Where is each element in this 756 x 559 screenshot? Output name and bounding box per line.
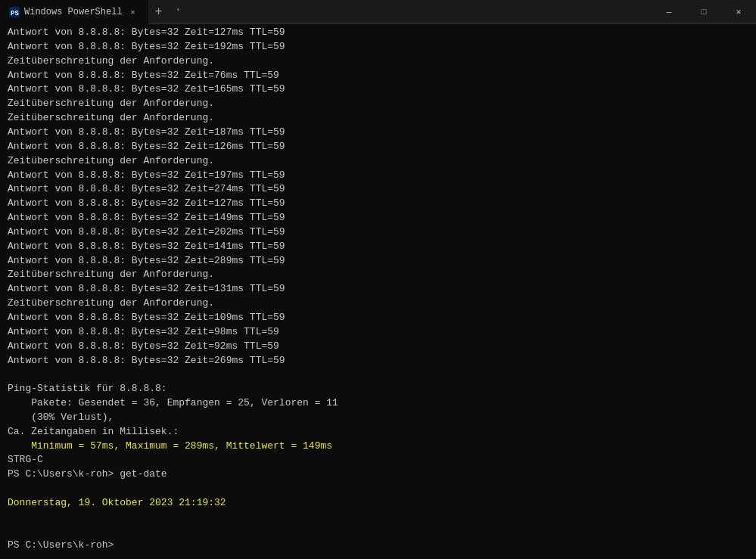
terminal-line: Antwort von 8.8.8.8: Bytes=32 Zeit=127ms… <box>8 26 748 40</box>
titlebar: PS Windows PowerShell ✕ + ˅ — □ ✕ <box>0 0 756 24</box>
terminal-line: Antwort von 8.8.8.8: Bytes=32 Zeit=141ms… <box>8 240 748 254</box>
terminal-line: Antwort von 8.8.8.8: Bytes=32 Zeit=98ms … <box>8 325 748 340</box>
terminal-line: STRG-C <box>8 453 748 467</box>
terminal-line <box>8 525 748 539</box>
terminal-line: Zeitüberschreitung der Anforderung. <box>8 54 748 69</box>
svg-text:PS: PS <box>11 10 19 17</box>
terminal-line: Antwort von 8.8.8.8: Bytes=32 Zeit=131ms… <box>8 282 748 297</box>
terminal-line: Antwort von 8.8.8.8: Bytes=32 Zeit=165ms… <box>8 82 748 97</box>
new-tab-button[interactable]: + <box>148 2 170 23</box>
minimize-button[interactable]: — <box>652 0 686 24</box>
terminal-line: Antwort von 8.8.8.8: Bytes=32 Zeit=109ms… <box>8 311 748 325</box>
terminal-line: Antwort von 8.8.8.8: Bytes=32 Zeit=274ms… <box>8 182 748 197</box>
powershell-window: PS Windows PowerShell ✕ + ˅ — □ ✕ Window… <box>0 0 756 559</box>
terminal-line: Antwort von 8.8.8.8: Bytes=32 Zeit=76ms … <box>8 69 748 83</box>
terminal-line <box>8 482 748 496</box>
window-controls: — □ ✕ <box>652 0 756 24</box>
terminal-line: Antwort von 8.8.8.8: Bytes=32 Zeit=127ms… <box>8 197 748 211</box>
terminal-line: Antwort von 8.8.8.8: Bytes=32 Zeit=187ms… <box>8 126 748 140</box>
terminal-line: Antwort von 8.8.8.8: Bytes=32 Zeit=149ms… <box>8 211 748 225</box>
terminal-line: Pakete: Gesendet = 36, Empfangen = 25, V… <box>8 396 748 411</box>
terminal-line: Antwort von 8.8.8.8: Bytes=32 Zeit=92ms … <box>8 340 748 354</box>
terminal-line: (30% Verlust), <box>8 411 748 425</box>
terminal-line: Antwort von 8.8.8.8: Bytes=32 Zeit=269ms… <box>8 354 748 368</box>
tab-dropdown-button[interactable]: ˅ <box>170 3 188 21</box>
terminal-line: Antwort von 8.8.8.8: Bytes=32 Zeit=126ms… <box>8 140 748 154</box>
terminal-line: Zeitüberschreitung der Anforderung. <box>8 297 748 311</box>
terminal-line: Zeitüberschreitung der Anforderung. <box>8 268 748 282</box>
close-button[interactable]: ✕ <box>721 0 756 24</box>
terminal-line: Zeitüberschreitung der Anforderung. <box>8 111 748 126</box>
terminal-line: Antwort von 8.8.8.8: Bytes=32 Zeit=289ms… <box>8 254 748 269</box>
terminal-line: Antwort von 8.8.8.8: Bytes=32 Zeit=202ms… <box>8 225 748 240</box>
terminal-line: Zeitüberschreitung der Anforderung. <box>8 97 748 111</box>
terminal-line: PS C:\Users\k-roh> get-date <box>8 467 748 482</box>
terminal-line: Donnerstag, 19. Oktober 2023 21:19:32 <box>8 496 748 511</box>
terminal-line: Antwort von 8.8.8.8: Bytes=32 Zeit=192ms… <box>8 40 748 54</box>
maximize-button[interactable]: □ <box>686 0 721 24</box>
terminal-output[interactable]: Windows PowerShellCopyright (C) Microsof… <box>0 24 756 559</box>
terminal-line: Antwort von 8.8.8.8: Bytes=32 Zeit=197ms… <box>8 169 748 183</box>
tab-close-button[interactable]: ✕ <box>127 6 139 18</box>
active-tab[interactable]: PS Windows PowerShell ✕ <box>0 0 148 24</box>
terminal-line: Zeitüberschreitung der Anforderung. <box>8 154 748 169</box>
terminal-line: Ping-Statistik für 8.8.8.8: <box>8 382 748 396</box>
tab-label: Windows PowerShell <box>24 7 123 17</box>
terminal-line: Minimum = 57ms, Maximum = 289ms, Mittelw… <box>8 439 748 454</box>
terminal-line: PS C:\Users\k-roh> <box>8 539 748 553</box>
terminal-line <box>8 368 748 382</box>
powershell-icon: PS <box>9 7 20 17</box>
terminal-line <box>8 511 748 525</box>
titlebar-left: PS Windows PowerShell ✕ + ˅ <box>0 0 652 24</box>
terminal-line: Ca. Zeitangaben in Millisek.: <box>8 425 748 439</box>
